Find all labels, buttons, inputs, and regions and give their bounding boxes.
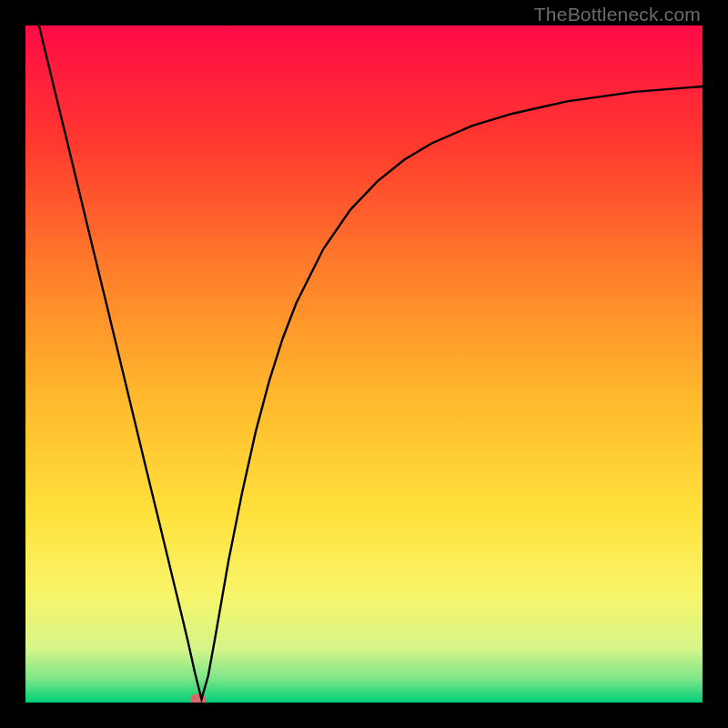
chart-background: [25, 25, 703, 703]
chart-frame: [25, 25, 703, 703]
watermark-text: TheBottleneck.com: [534, 4, 701, 25]
bottleneck-chart: [25, 25, 703, 703]
